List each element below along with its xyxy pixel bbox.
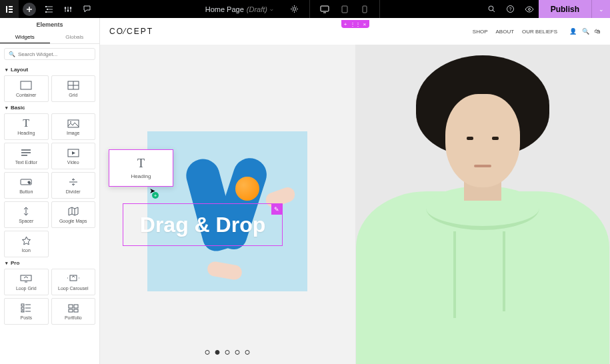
widget-grid[interactable]: Grid (51, 75, 96, 102)
carousel-dot[interactable] (215, 350, 220, 355)
svg-rect-26 (21, 304, 24, 306)
svg-rect-31 (69, 309, 73, 312)
loop-carousel-icon (67, 273, 80, 284)
svg-point-14 (489, 6, 493, 11)
portfolio-icon (68, 303, 79, 313)
search-widget-field[interactable]: 🔍 (4, 48, 95, 60)
elementor-logo-button[interactable] (0, 0, 19, 18)
svg-rect-18 (21, 81, 31, 89)
category-pro[interactable]: Pro (0, 257, 99, 269)
svg-rect-32 (74, 309, 78, 312)
widget-container[interactable]: Container (4, 75, 49, 102)
tab-widgets[interactable]: Widgets (0, 31, 50, 43)
svg-rect-28 (21, 311, 24, 312)
posts-icon (21, 303, 31, 313)
svg-rect-2 (9, 9, 13, 10)
cart-icon[interactable]: 🛍 (595, 28, 601, 35)
widget-image[interactable]: Image (51, 113, 96, 140)
structure-button[interactable] (40, 0, 59, 18)
widget-portfolio[interactable]: Portfolio (51, 298, 96, 325)
carousel-dot[interactable] (235, 350, 240, 355)
heading-icon: T (23, 118, 29, 129)
settings-button[interactable] (59, 0, 77, 18)
nav-beliefs[interactable]: OUR BELIEFS (522, 29, 557, 35)
publish-options-button[interactable]: ⌄ (591, 0, 610, 18)
elements-panel: Elements Widgets Globals 🔍 Layout Contai… (0, 18, 100, 364)
comments-button[interactable] (77, 0, 96, 18)
svg-rect-6 (45, 11, 47, 13)
carousel-dot[interactable] (205, 350, 210, 355)
publish-button[interactable]: Publish (539, 0, 591, 18)
map-icon (68, 206, 79, 217)
add-element-button[interactable] (23, 3, 36, 16)
widget-video[interactable]: Video (51, 143, 96, 169)
star-icon (21, 235, 31, 246)
text-editor-icon (21, 147, 31, 158)
add-section-icon[interactable]: + (344, 21, 347, 27)
widget-text-editor[interactable]: Text Editor (4, 143, 49, 169)
panel-title: Elements (0, 18, 99, 31)
carousel-dot[interactable] (225, 350, 230, 355)
model-photo (355, 45, 611, 364)
editor-canvas[interactable]: + ⋮⋮ × CO⁄CEPT SHOP ABOUT OUR BELIEFS 👤 … (100, 18, 610, 364)
close-section-icon[interactable]: × (363, 21, 367, 27)
image-icon (67, 118, 79, 129)
drop-target-area[interactable]: ✎ Drag & Drop (123, 203, 283, 246)
svg-rect-27 (21, 307, 24, 309)
svg-rect-30 (74, 305, 78, 308)
widget-heading[interactable]: THeading (4, 113, 49, 140)
svg-text:?: ? (509, 7, 512, 11)
svg-rect-11 (321, 6, 329, 11)
hand-graphic (207, 260, 243, 281)
drag-section-icon[interactable]: ⋮⋮ (350, 21, 361, 27)
search-icon: 🔍 (9, 51, 15, 57)
desktop-device-button[interactable] (315, 0, 334, 18)
nav-shop[interactable]: SHOP (473, 29, 488, 35)
widget-button[interactable]: Button (4, 172, 49, 199)
svg-point-21 (70, 121, 71, 123)
svg-rect-13 (363, 6, 367, 13)
search-icon[interactable]: 🔍 (582, 28, 589, 35)
widget-loop-carousel[interactable]: Loop Carousel (51, 269, 96, 295)
page-title-dropdown[interactable]: Home Page (Draft) ⌵ (199, 5, 280, 13)
dragging-heading-widget[interactable]: T Heading (109, 149, 173, 187)
widget-loop-grid[interactable]: Loop Grid (4, 269, 49, 295)
section-controls[interactable]: + ⋮⋮ × (341, 20, 369, 28)
account-icon[interactable]: 👤 (569, 28, 577, 35)
button-icon (20, 177, 32, 187)
search-input[interactable] (18, 51, 91, 57)
svg-rect-29 (69, 305, 73, 308)
widget-icon[interactable]: Icon (4, 231, 49, 257)
top-bar: Home Page (Draft) ⌵ ? Publish ⌄ (0, 0, 610, 18)
svg-rect-24 (21, 275, 31, 281)
svg-rect-0 (6, 6, 7, 13)
page-status: (Draft) (247, 5, 267, 13)
svg-rect-20 (68, 120, 79, 127)
carousel-dot[interactable] (245, 350, 250, 355)
site-logo[interactable]: CO⁄CEPT (109, 27, 153, 36)
widget-spacer[interactable]: Spacer (4, 201, 49, 228)
video-icon (67, 147, 79, 158)
drop-placeholder-text: Drag & Drop (140, 213, 265, 237)
edit-widget-button[interactable]: ✎ (271, 204, 282, 215)
mobile-device-button[interactable] (355, 0, 374, 18)
cursor-icon: ➤ (149, 187, 155, 195)
category-layout[interactable]: Layout (0, 64, 99, 75)
nav-about[interactable]: ABOUT (496, 29, 515, 35)
divider-icon (68, 177, 79, 187)
hero-right-column[interactable] (355, 45, 611, 364)
widget-divider[interactable]: Divider (51, 172, 96, 199)
svg-rect-4 (45, 6, 47, 7)
page-settings-button[interactable] (285, 0, 304, 18)
preview-button[interactable] (520, 0, 539, 18)
widget-posts[interactable]: Posts (4, 298, 49, 325)
tablet-device-button[interactable] (335, 0, 354, 18)
help-button[interactable]: ? (501, 0, 520, 18)
hero-left-column[interactable]: ✎ Drag & Drop T Heading ➤ + (100, 45, 355, 364)
category-basic[interactable]: Basic (0, 102, 99, 113)
tab-globals[interactable]: Globals (50, 31, 100, 43)
container-icon (20, 80, 32, 91)
finder-button[interactable] (483, 0, 501, 18)
svg-rect-12 (342, 6, 347, 13)
widget-google-maps[interactable]: Google Maps (51, 201, 96, 228)
